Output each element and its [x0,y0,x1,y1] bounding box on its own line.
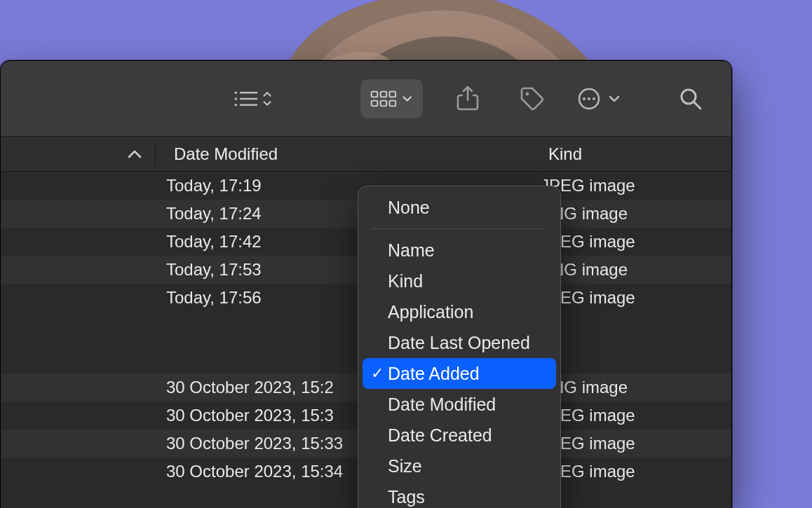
search-icon [679,87,703,111]
svg-point-2 [235,97,238,100]
share-icon [456,86,479,111]
chevron-up-icon [127,149,142,159]
dropdown-item-date-added[interactable]: ✓ Date Added [363,358,556,389]
svg-point-16 [588,97,590,100]
ellipsis-circle-icon [577,87,601,111]
dropdown-item-kind[interactable]: Kind [358,266,560,296]
svg-point-15 [583,97,586,100]
dropdown-item-size[interactable]: Size [358,451,560,481]
desktop-background: Date Modified Kind Today, 17:19 JPEG ima… [0,0,812,508]
list-icon [232,87,273,111]
dropdown-item-name[interactable]: Name [358,235,560,266]
column-header-kind[interactable]: Kind [534,144,731,164]
check-icon: ✓ [371,364,384,383]
group-by-dropdown: None Name Kind Application Date Last Ope… [358,186,561,508]
group-by-button[interactable] [360,79,423,118]
dropdown-item-none[interactable]: None [358,192,560,223]
dropdown-item-date-modified[interactable]: Date Modified [358,389,560,420]
tags-button[interactable] [513,79,552,118]
svg-line-19 [694,102,701,109]
svg-rect-11 [389,100,395,106]
dropdown-separator [372,228,546,229]
more-actions-button[interactable] [577,87,621,111]
view-list-button[interactable] [232,79,273,118]
group-icon [370,88,397,109]
dropdown-item-application[interactable]: Application [358,296,560,327]
dropdown-item-tags[interactable]: Tags [358,481,560,508]
column-header-row: Date Modified Kind [1,137,731,172]
svg-point-0 [235,91,238,94]
chevron-down-icon [402,92,413,105]
search-button[interactable] [671,79,710,118]
svg-point-13 [526,92,529,95]
dropdown-item-label: Date Added [388,364,480,384]
toolbar [1,61,731,137]
finder-window: Date Modified Kind Today, 17:19 JPEG ima… [0,60,732,508]
svg-point-4 [235,104,238,107]
svg-rect-7 [380,91,386,97]
column-divider [155,143,156,165]
svg-point-17 [593,97,595,100]
share-button[interactable] [448,79,487,118]
dropdown-item-date-last-opened[interactable]: Date Last Opened [358,327,560,358]
svg-rect-10 [380,100,386,106]
chevron-down-icon [608,92,621,105]
svg-rect-6 [371,91,377,97]
sort-indicator[interactable] [114,149,155,159]
dropdown-item-date-created[interactable]: Date Created [358,420,560,451]
svg-rect-9 [371,100,377,106]
column-header-date-modified[interactable]: Date Modified [163,144,429,164]
tag-icon [520,86,545,111]
svg-rect-8 [389,91,395,97]
